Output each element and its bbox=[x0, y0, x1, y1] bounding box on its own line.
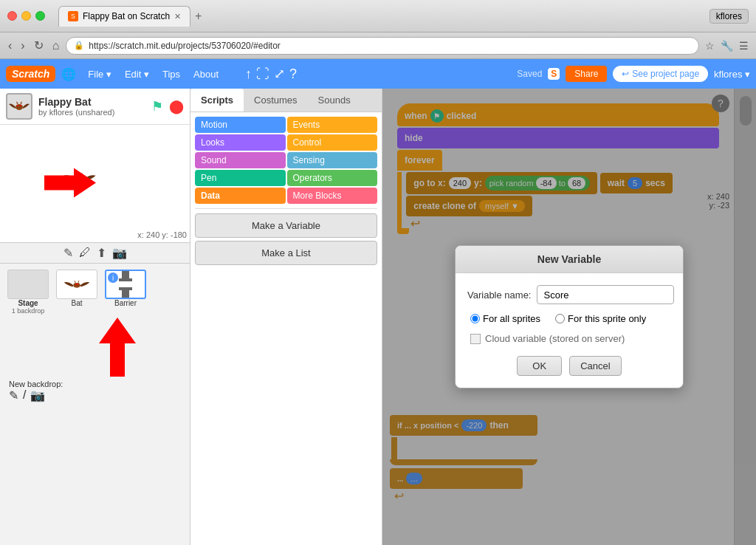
sprite-name: Flappy Bat bbox=[38, 96, 145, 108]
share-button[interactable]: Share bbox=[566, 66, 607, 82]
tab-costumes[interactable]: Costumes bbox=[244, 89, 308, 112]
bookmark-icon[interactable]: ☆ bbox=[704, 38, 716, 53]
scripts-panel: Scripts Costumes Sounds Motion Events Lo… bbox=[190, 89, 382, 545]
tips-button[interactable]: Tips bbox=[157, 66, 186, 83]
bat-label: Bat bbox=[71, 299, 82, 307]
upload-icon[interactable]: ↑ bbox=[245, 66, 252, 82]
user-menu[interactable]: kflores ▾ bbox=[714, 69, 750, 80]
about-button[interactable]: About bbox=[188, 66, 224, 83]
tab-sounds[interactable]: Sounds bbox=[308, 89, 361, 112]
blocks-palette: Motion Events Looks Control Sound Sensin… bbox=[190, 112, 382, 545]
see-project-icon: ↩ bbox=[622, 69, 629, 79]
modal-body: Variable name: For all sprites For this … bbox=[456, 273, 683, 388]
titlebar: S Flappy Bat on Scratch ✕ + kflores bbox=[0, 0, 756, 32]
tabs-bar: Scripts Costumes Sounds bbox=[190, 89, 382, 112]
control-category[interactable]: Control bbox=[287, 134, 378, 151]
refresh-button[interactable]: ↻ bbox=[32, 38, 46, 52]
menu-icon[interactable]: ☰ bbox=[738, 38, 750, 53]
scratch-toolbar-right: Saved S Share ↩ See project page kflores… bbox=[517, 66, 750, 82]
for-all-radio[interactable] bbox=[470, 314, 480, 323]
make-list-button[interactable]: Make a List bbox=[195, 241, 377, 265]
operators-category[interactable]: Operators bbox=[287, 170, 378, 186]
canvas-panel: when ⚑ clicked hide forever bbox=[382, 89, 756, 545]
stage-card[interactable]: Stage 1 backdrop bbox=[6, 270, 50, 315]
for-all-sprites-option[interactable]: For all sprites bbox=[470, 313, 540, 324]
more-blocks-category[interactable]: More Blocks bbox=[287, 188, 378, 204]
address-bar-row: ‹ › ↻ ⌂ 🔒 https://scratch.mit.edu/projec… bbox=[0, 32, 756, 59]
variable-name-input[interactable] bbox=[537, 285, 674, 304]
camera-tool-icon[interactable]: 📷 bbox=[112, 246, 127, 260]
upload-backdrop-icon[interactable]: / bbox=[23, 388, 26, 402]
sensing-category[interactable]: Sensing bbox=[287, 152, 378, 168]
home-button[interactable]: ⌂ bbox=[50, 39, 62, 52]
close-button[interactable] bbox=[7, 11, 17, 21]
svg-marker-5 bbox=[44, 168, 96, 197]
red-arrow-up bbox=[95, 318, 140, 377]
svg-rect-17 bbox=[119, 278, 132, 281]
for-sprite-radio[interactable] bbox=[555, 314, 565, 323]
active-tab[interactable]: S Flappy Bat on Scratch ✕ bbox=[58, 6, 190, 27]
svg-marker-13 bbox=[78, 280, 79, 283]
tab-close-icon[interactable]: ✕ bbox=[174, 12, 181, 21]
profile-button[interactable]: kflores bbox=[709, 9, 749, 24]
stage-label: Stage bbox=[18, 299, 38, 307]
make-variable-button[interactable]: Make a Variable bbox=[195, 213, 377, 238]
help-question-icon[interactable]: ? bbox=[289, 66, 297, 82]
tab-favicon: S bbox=[68, 11, 78, 21]
main-area: Flappy Bat by kflores (unshared) ⚑ ⬤ bbox=[0, 89, 756, 545]
svg-point-11 bbox=[73, 283, 80, 288]
scratch-menu: File ▾ Edit ▾ Tips About bbox=[82, 66, 224, 83]
events-category[interactable]: Events bbox=[287, 117, 378, 133]
sprite-tools: ✎ 🖊 ⬆ 📷 bbox=[0, 243, 190, 264]
stage-backdrops: 1 backdrop bbox=[12, 307, 45, 315]
paint-tool-icon[interactable]: 🖊 bbox=[79, 246, 91, 260]
pen-category[interactable]: Pen bbox=[195, 170, 286, 186]
for-sprite-only-option[interactable]: For this sprite only bbox=[555, 313, 646, 324]
expand-icon[interactable]: ⤢ bbox=[274, 66, 285, 82]
barrier-label: Barrier bbox=[114, 299, 137, 307]
camera-backdrop-icon[interactable]: 📷 bbox=[30, 388, 45, 402]
looks-category[interactable]: Looks bbox=[195, 134, 286, 151]
bat-card[interactable]: Bat bbox=[55, 270, 99, 307]
file-menu[interactable]: File ▾ bbox=[82, 66, 117, 83]
sprites-area: Stage 1 backdrop bbox=[0, 264, 190, 545]
costume-tool-icon[interactable]: ✎ bbox=[63, 246, 73, 260]
upload-tool-icon[interactable]: ⬆ bbox=[97, 246, 106, 260]
scratch-s-icon: S bbox=[548, 68, 560, 80]
maximize-button[interactable] bbox=[35, 11, 45, 21]
browser-actions: ☆ 🔧 ☰ bbox=[704, 38, 750, 53]
tab-scripts[interactable]: Scripts bbox=[190, 89, 244, 112]
fullscreen-icon[interactable]: ⛶ bbox=[256, 66, 269, 82]
globe-icon[interactable]: 🌐 bbox=[61, 67, 76, 81]
stop-button[interactable]: ⬤ bbox=[169, 98, 184, 114]
ok-button[interactable]: OK bbox=[517, 356, 562, 376]
barrier-card[interactable]: i Barrier bbox=[103, 270, 148, 307]
scope-radio-row: For all sprites For this sprite only bbox=[467, 313, 671, 324]
sound-category[interactable]: Sound bbox=[195, 152, 286, 168]
svg-marker-2 bbox=[20, 101, 22, 104]
svg-marker-1 bbox=[16, 101, 18, 104]
see-project-button[interactable]: ↩ See project page bbox=[613, 66, 708, 82]
cloud-checkbox[interactable] bbox=[470, 334, 481, 344]
blocks-divider bbox=[195, 208, 377, 209]
paint-backdrop-icon[interactable]: ✎ bbox=[9, 388, 18, 402]
edit-menu[interactable]: Edit ▾ bbox=[119, 66, 155, 83]
lock-icon: 🔒 bbox=[74, 41, 84, 50]
forward-button[interactable]: › bbox=[18, 39, 27, 52]
svg-point-4 bbox=[20, 105, 21, 106]
back-button[interactable]: ‹ bbox=[6, 39, 14, 52]
cancel-button[interactable]: Cancel bbox=[569, 356, 621, 376]
new-tab-button[interactable]: + bbox=[190, 10, 206, 23]
scratch-logo[interactable]: Scratch bbox=[6, 66, 55, 82]
svg-point-3 bbox=[17, 105, 18, 106]
info-badge[interactable]: i bbox=[108, 272, 118, 283]
address-box[interactable]: 🔒 https://scratch.mit.edu/projects/53706… bbox=[66, 37, 699, 55]
new-variable-modal: New Variable Variable name: For all spri… bbox=[455, 245, 684, 388]
extensions-icon[interactable]: 🔧 bbox=[719, 38, 735, 53]
green-flag-button[interactable]: ⚑ bbox=[151, 98, 163, 114]
minimize-button[interactable] bbox=[21, 11, 31, 21]
block-categories-grid: Motion Events Looks Control Sound Sensin… bbox=[195, 117, 377, 204]
motion-category[interactable]: Motion bbox=[195, 117, 286, 133]
data-category[interactable]: Data bbox=[195, 188, 286, 204]
url-text: https://scratch.mit.edu/projects/5370602… bbox=[89, 41, 691, 51]
